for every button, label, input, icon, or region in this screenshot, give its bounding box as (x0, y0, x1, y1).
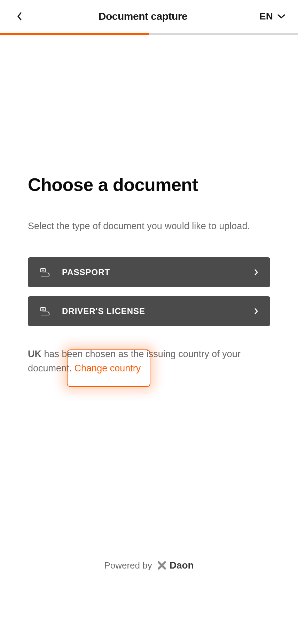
country-code: UK (28, 349, 41, 359)
id-card-icon (40, 267, 50, 277)
x-icon (157, 561, 167, 570)
progress-bar (0, 33, 298, 35)
page-title: Choose a document (28, 174, 270, 195)
drivers-license-button[interactable]: DRIVER'S LICENSE (28, 296, 270, 326)
country-info: UK has been chosen as the issuing countr… (28, 347, 270, 375)
passport-button[interactable]: PASSPORT (28, 257, 270, 287)
chevron-down-icon (277, 14, 285, 19)
language-label: EN (259, 11, 273, 22)
chevron-right-icon (254, 308, 258, 315)
main-content: Choose a document Select the type of doc… (0, 35, 298, 375)
footer: Powered by Daon (0, 560, 298, 571)
passport-label: PASSPORT (62, 267, 254, 277)
back-button[interactable] (13, 9, 26, 23)
daon-logo: Daon (157, 560, 194, 571)
daon-brand-text: Daon (170, 560, 194, 571)
change-country-link[interactable]: Change country (74, 361, 141, 376)
chevron-right-icon (254, 269, 258, 276)
language-selector[interactable]: EN (259, 11, 285, 22)
chevron-left-icon (17, 12, 22, 21)
id-card-icon (40, 306, 50, 316)
svg-point-1 (42, 269, 44, 271)
svg-point-3 (42, 308, 44, 310)
powered-by-label: Powered by (104, 560, 152, 571)
header: Document capture EN (0, 0, 298, 33)
header-title: Document capture (99, 10, 187, 22)
page-subtitle: Select the type of document you would li… (28, 219, 270, 233)
progress-fill (0, 33, 149, 35)
drivers-license-label: DRIVER'S LICENSE (62, 306, 254, 316)
